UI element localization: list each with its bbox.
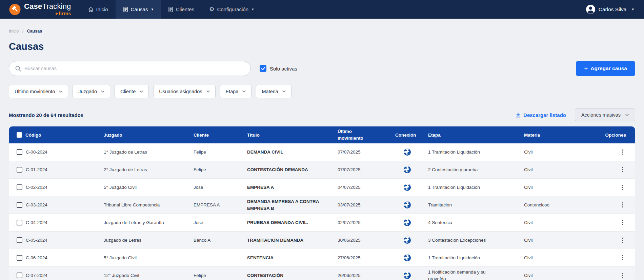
cell-juzgado: Juzgado de Letras y Garantía <box>104 219 194 226</box>
cell-codigo: C-00-2024 <box>17 149 104 156</box>
filter-usuarios-asignados[interactable]: Usuarios asignados <box>153 85 215 98</box>
cell-cliente: José <box>194 219 247 226</box>
table-row[interactable]: C-07-202412° Juzgado CivilFelipeCONTESTA… <box>9 267 635 280</box>
cell-ultimo-movimiento: 03/07/2025 <box>338 202 395 208</box>
row-checkbox[interactable] <box>17 202 22 208</box>
row-checkbox[interactable] <box>17 149 22 155</box>
cell-materia: Contencioso <box>524 202 601 208</box>
header-titulo: Título <box>247 133 338 138</box>
cell-conexion <box>395 166 428 174</box>
cell-etapa: 1 Tramitación Liquidación <box>428 149 524 156</box>
row-checkbox[interactable] <box>17 184 22 190</box>
row-checkbox[interactable] <box>17 237 22 243</box>
checkbox-checked-icon[interactable] <box>260 65 266 72</box>
header-codigo: Código <box>17 132 104 138</box>
chevron-down-icon <box>282 91 286 93</box>
cell-ultimo-movimiento: 02/07/2025 <box>338 219 395 226</box>
table-body: C-00-20241° Juzgado de LetrasFelipeDEMAN… <box>9 143 635 280</box>
cell-ultimo-movimiento: 27/06/2025 <box>338 255 395 261</box>
cell-ultimo-movimiento: 30/06/2025 <box>338 237 395 244</box>
cell-conexion <box>395 254 428 262</box>
kebab-menu-icon[interactable] <box>621 236 625 244</box>
nav-item-clientes[interactable]: Clientes <box>161 0 202 19</box>
brand-logo[interactable]: CaseTracking ▶firms <box>0 0 81 19</box>
kebab-menu-icon[interactable] <box>621 148 625 156</box>
cell-juzgado: Tribunal Libre Competencia <box>104 202 194 208</box>
row-checkbox[interactable] <box>17 273 22 278</box>
kebab-menu-icon[interactable] <box>621 272 625 280</box>
cell-opciones <box>621 201 635 209</box>
cell-etapa: 1 Tramitación Liquidación <box>428 184 524 191</box>
select-all-checkbox[interactable] <box>17 132 22 138</box>
main-nav: InicioCausas▾Clientes⚙Configuración▾ <box>81 0 261 19</box>
kebab-menu-icon[interactable] <box>621 201 625 209</box>
globe-icon <box>403 183 425 191</box>
chevron-down-icon: ▾ <box>632 7 634 12</box>
home-icon <box>88 7 94 12</box>
kebab-menu-icon[interactable] <box>621 254 625 262</box>
kebab-menu-icon[interactable] <box>621 166 625 174</box>
nav-item-causas[interactable]: Causas▾ <box>116 0 161 19</box>
cell-titulo: TRAMITACIÓN DEMANDA <box>247 237 335 244</box>
table-row[interactable]: C-04-2024Juzgado de Letras y GarantíaJos… <box>9 214 635 232</box>
chevron-down-icon <box>101 91 104 93</box>
table-row[interactable]: C-02-20245° Juzgado CivilJoséEMPRESA A04… <box>9 179 635 196</box>
breadcrumb: Inicio / Causas <box>9 29 635 34</box>
breadcrumb-home[interactable]: Inicio <box>9 29 19 34</box>
globe-icon <box>403 219 425 226</box>
cell-titulo: CONTESTACIÓN DEMANDA <box>247 166 335 173</box>
cell-juzgado: 2° Juzgado de Letras <box>104 166 194 173</box>
cell-ultimo-movimiento: 07/07/2025 <box>338 149 395 156</box>
cell-opciones <box>621 236 635 244</box>
header-opciones: Opciones <box>601 133 635 138</box>
chevron-down-icon: ▾ <box>252 7 254 12</box>
cell-titulo: SENTENCIA <box>247 255 335 261</box>
search-box[interactable] <box>9 61 251 76</box>
top-navbar: CaseTracking ▶firms InicioCausas▾Cliente… <box>0 0 644 19</box>
download-icon <box>516 113 521 118</box>
cell-conexion <box>395 219 428 226</box>
cell-juzgado: 1° Juzgado de Letras <box>104 149 194 156</box>
cell-cliente: EMPRESA A <box>194 202 247 208</box>
filter-juzgado[interactable]: Juzgado <box>73 85 110 98</box>
row-checkbox[interactable] <box>17 255 22 261</box>
filter-cliente[interactable]: Cliente <box>115 85 149 98</box>
header-juzgado: Juzgado <box>104 133 194 138</box>
add-cause-button[interactable]: + Agregar causa <box>576 61 635 76</box>
cell-juzgado: 5° Juzgado Civil <box>104 184 194 191</box>
row-checkbox[interactable] <box>17 167 22 173</box>
only-active-checkbox[interactable]: Solo activas <box>260 65 297 72</box>
cell-cliente: José <box>194 184 247 191</box>
filter-materia[interactable]: Materia <box>256 85 291 98</box>
cell-titulo: EMPRESA A <box>247 184 335 191</box>
table-row[interactable]: C-05-2024Juzgado de LetrasBanco ATRAMITA… <box>9 232 635 249</box>
bulk-actions-button[interactable]: Acciones masivas <box>575 108 635 121</box>
nav-item-configuracion[interactable]: ⚙Configuración▾ <box>202 0 261 19</box>
filter-etapa[interactable]: Etapa <box>220 85 252 98</box>
cell-cliente: Felipe <box>194 166 247 173</box>
chevron-down-icon <box>206 91 210 93</box>
cell-juzgado: 12° Juzgado Civil <box>104 272 194 279</box>
cell-conexion <box>395 201 428 209</box>
globe-icon <box>403 254 425 262</box>
kebab-menu-icon[interactable] <box>621 183 625 192</box>
cell-ultimo-movimiento: 07/07/2025 <box>338 166 395 173</box>
cell-titulo: PRUEBAS DEMANDA CIVIL. <box>247 219 335 226</box>
nav-item-inicio[interactable]: Inicio <box>81 0 116 19</box>
table-row[interactable]: C-01-20242° Juzgado de LetrasFelipeCONTE… <box>9 161 635 179</box>
row-checkbox[interactable] <box>17 220 22 225</box>
search-icon <box>15 66 21 72</box>
brand-name: CaseTracking <box>24 3 71 10</box>
download-list-link[interactable]: Descargar listado <box>516 112 566 118</box>
search-input[interactable] <box>24 66 244 71</box>
kebab-menu-icon[interactable] <box>621 219 625 227</box>
table-row[interactable]: C-00-20241° Juzgado de LetrasFelipeDEMAN… <box>9 143 635 161</box>
table-row[interactable]: C-06-20245° Juzgado CivilSENTENCIA27/06/… <box>9 249 635 267</box>
results-summary: Mostrando 20 de 64 resultados <box>9 112 83 118</box>
header-cliente: Cliente <box>194 133 247 138</box>
user-menu[interactable]: Carlos Silva ▾ <box>576 0 644 19</box>
table-row[interactable]: C-03-2024Tribunal Libre CompetenciaEMPRE… <box>9 196 635 214</box>
cell-codigo: C-04-2024 <box>17 219 104 226</box>
triangle-icon: ▶ <box>56 12 58 15</box>
filter-ultimo-movimiento[interactable]: Último movimiento <box>9 85 68 98</box>
